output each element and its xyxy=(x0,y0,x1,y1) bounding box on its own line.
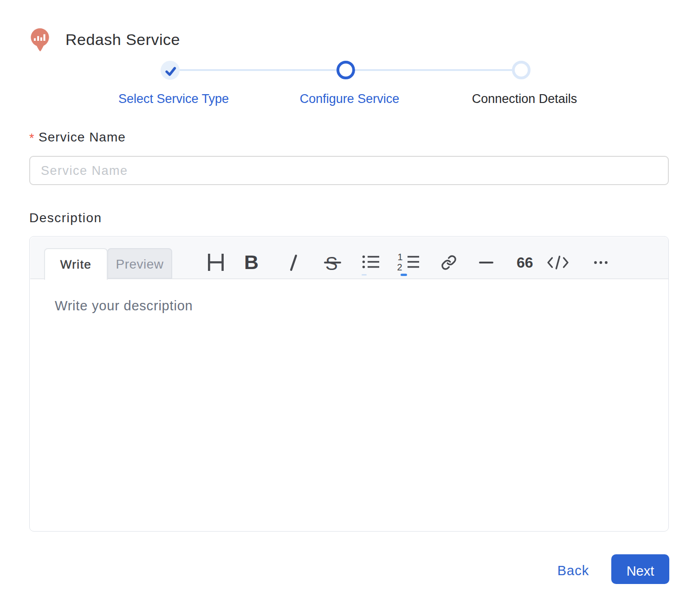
svg-text:2: 2 xyxy=(397,262,402,272)
svg-text:1: 1 xyxy=(398,253,403,262)
